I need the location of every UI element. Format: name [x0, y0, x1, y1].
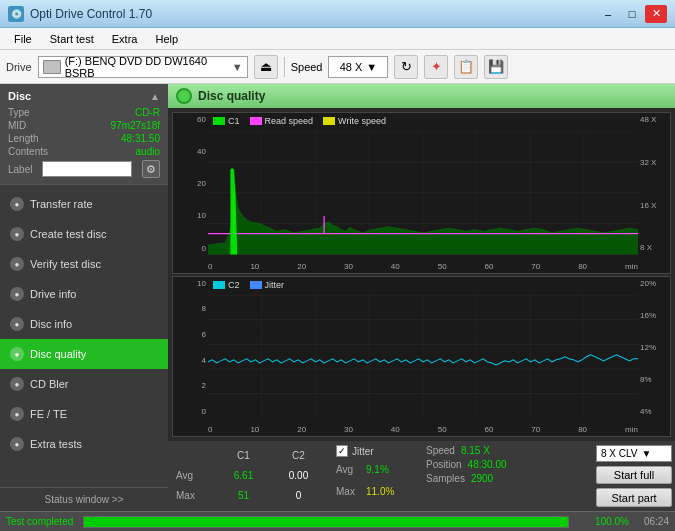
disc-label-icon-button[interactable]: ⚙	[142, 160, 160, 178]
copy-button[interactable]: 📋	[454, 55, 478, 79]
disc-contents-value: audio	[136, 146, 160, 157]
nav-icon-cd-bler: ●	[10, 377, 24, 391]
sidebar-item-disc-info[interactable]: ● Disc info	[0, 309, 168, 339]
disc-label-input[interactable]	[42, 161, 132, 177]
sidebar-item-cd-bler[interactable]: ● CD Bler	[0, 369, 168, 399]
speed-clv-select[interactable]: 8 X CLV ▼	[596, 445, 672, 462]
chart-top-plot	[208, 131, 638, 255]
position-value: 48:30.00	[468, 459, 507, 470]
stats-max-label: Max	[176, 490, 216, 501]
disc-header: Disc ▲	[8, 90, 160, 102]
stats-max-c1: 51	[216, 490, 271, 501]
menu-file[interactable]: File	[6, 31, 40, 47]
refresh-button[interactable]: ↻	[394, 55, 418, 79]
position-row: Position 48:30.00	[426, 459, 586, 470]
nav-items: ● Transfer rate ● Create test disc ● Ver…	[0, 185, 168, 487]
eject-button[interactable]: ⏏	[254, 55, 278, 79]
drive-select[interactable]: (F:) BENQ DVD DD DW1640 BSRB ▼	[38, 56, 248, 78]
y-axis-top-0: 0	[202, 244, 206, 253]
erase-button[interactable]: ✦	[424, 55, 448, 79]
y-axis-bot-r-16: 16%	[640, 311, 656, 320]
speed-info: Speed 8.15 X Position 48:30.00 Samples 2…	[426, 445, 586, 507]
status-window-button[interactable]: Status window >>	[0, 487, 168, 511]
nav-label-verify-test-disc: Verify test disc	[30, 258, 101, 270]
y-axis-bot-4: 4	[202, 356, 206, 365]
disc-label-key: Label	[8, 164, 32, 175]
app-title: Opti Drive Control 1.70	[30, 7, 152, 21]
jitter-avg-label: Avg	[336, 464, 366, 475]
disc-quality-header: Disc quality	[168, 84, 675, 108]
stats-header-row: C1 C2	[176, 445, 326, 465]
jitter-max-label: Max	[336, 486, 366, 497]
stats-c2-header: C2	[271, 450, 326, 461]
jitter-checkbox[interactable]: ✓	[336, 445, 348, 457]
sidebar-item-create-test-disc[interactable]: ● Create test disc	[0, 219, 168, 249]
close-button[interactable]: ✕	[645, 5, 667, 23]
chart-top: C1 Read speed Write speed 60	[172, 112, 671, 274]
legend-write-speed: Write speed	[323, 116, 386, 126]
disc-contents-label: Contents	[8, 146, 48, 157]
disc-length-value: 48:31.50	[121, 133, 160, 144]
nav-label-transfer-rate: Transfer rate	[30, 198, 93, 210]
y-axis-top-r-8: 8 X	[640, 243, 652, 252]
y-axis-bot-8: 8	[202, 304, 206, 313]
speed-value: 48 X	[340, 61, 363, 73]
stats-avg-c1: 6.61	[216, 470, 271, 481]
sidebar-item-disc-quality[interactable]: ● Disc quality	[0, 339, 168, 369]
start-full-button[interactable]: Start full	[596, 466, 672, 485]
x-axis-top-min: min	[625, 262, 638, 271]
samples-value: 2900	[471, 473, 493, 484]
disc-quality-title: Disc quality	[198, 89, 265, 103]
speed-clv-arrow: ▼	[642, 448, 652, 459]
stats-bar: C1 C2 Avg 6.61 0.00 Max 51 0 Total	[168, 441, 675, 511]
speed-value: 8.15 X	[461, 445, 490, 456]
disc-mid-label: MID	[8, 120, 26, 131]
status-text: Test completed	[6, 516, 73, 527]
x-axis-top-80: 80	[578, 262, 587, 271]
speed-label: Speed	[291, 61, 323, 73]
legend-c2-color	[213, 281, 225, 289]
sidebar-item-extra-tests[interactable]: ● Extra tests	[0, 429, 168, 459]
x-axis-bot-70: 70	[531, 425, 540, 434]
menu-help[interactable]: Help	[147, 31, 186, 47]
charts-area: C1 Read speed Write speed 60	[168, 108, 675, 441]
disc-mid-value: 97m27s18f	[111, 120, 160, 131]
stats-avg-label: Avg	[176, 470, 216, 481]
samples-label: Samples	[426, 473, 465, 484]
nav-icon-fe-te: ●	[10, 407, 24, 421]
sidebar-item-fe-te[interactable]: ● FE / TE	[0, 399, 168, 429]
legend-c1-color	[213, 117, 225, 125]
x-axis-bot-80: 80	[578, 425, 587, 434]
menu-start-test[interactable]: Start test	[42, 31, 102, 47]
disc-type-label: Type	[8, 107, 30, 118]
disc-panel-arrow: ▲	[150, 91, 160, 102]
titlebar-controls: – □ ✕	[597, 5, 667, 23]
sidebar-item-drive-info[interactable]: ● Drive info	[0, 279, 168, 309]
nav-icon-create-test-disc: ●	[10, 227, 24, 241]
minimize-button[interactable]: –	[597, 5, 619, 23]
chart-bottom-plot	[208, 295, 638, 419]
y-axis-top-40: 40	[197, 147, 206, 156]
toolbar: Drive (F:) BENQ DVD DD DW1640 BSRB ▼ ⏏ S…	[0, 50, 675, 84]
y-axis-bot-r-4: 4%	[640, 407, 652, 416]
chart-bottom-y-axis-right: 20% 16% 12% 8% 4%	[638, 277, 670, 419]
save-button[interactable]: 💾	[484, 55, 508, 79]
menubar: File Start test Extra Help	[0, 28, 675, 50]
sidebar-item-transfer-rate[interactable]: ● Transfer rate	[0, 189, 168, 219]
titlebar: 💿 Opti Drive Control 1.70 – □ ✕	[0, 0, 675, 28]
content: Disc quality C1 Read speed	[168, 84, 675, 511]
start-part-button[interactable]: Start part	[596, 488, 672, 507]
legend-read-speed-color	[250, 117, 262, 125]
maximize-button[interactable]: □	[621, 5, 643, 23]
chart-top-x-axis: 0 10 20 30 40 50 60 70 80 min	[208, 255, 638, 273]
nav-label-cd-bler: CD Bler	[30, 378, 69, 390]
sidebar-item-verify-test-disc[interactable]: ● Verify test disc	[0, 249, 168, 279]
status-window-label: Status window >>	[45, 494, 124, 505]
x-axis-top-50: 50	[438, 262, 447, 271]
x-axis-bot-60: 60	[485, 425, 494, 434]
nav-label-extra-tests: Extra tests	[30, 438, 82, 450]
disc-panel-title: Disc	[8, 90, 31, 102]
speed-select[interactable]: 48 X ▼	[328, 56, 388, 78]
x-axis-bot-0: 0	[208, 425, 212, 434]
menu-extra[interactable]: Extra	[104, 31, 146, 47]
